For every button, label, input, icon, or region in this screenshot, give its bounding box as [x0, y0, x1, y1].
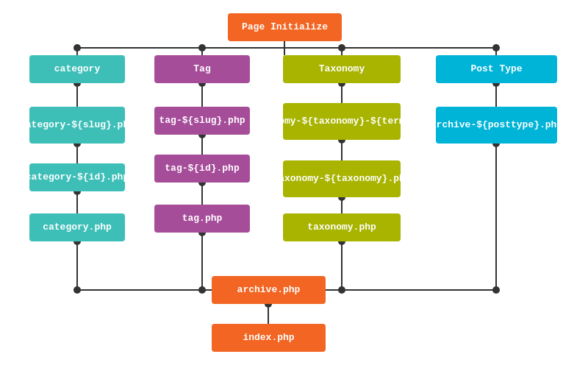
post-type-node: Post Type [436, 55, 557, 83]
taxonomy-node: Taxonomy [283, 55, 401, 83]
cat-slug-node: category-${slug}.php [29, 107, 125, 144]
svg-point-43 [338, 286, 345, 294]
cat-php-node: category.php [29, 213, 125, 241]
page-initialize-node: Page Initialize [228, 13, 342, 41]
tax-term-node: taxonomy-${taxonomy}-${term}.php [283, 103, 401, 140]
taxonomy-php-node: taxonomy.php [283, 213, 401, 241]
svg-point-26 [492, 44, 500, 52]
tag-slug-node: tag-${slug}.php [154, 107, 250, 135]
category-node: category [29, 55, 125, 83]
svg-point-44 [492, 286, 500, 294]
tax-taxonomy-node: taxonomy-${taxonomy}.php [283, 160, 401, 197]
index-php-node: index.php [212, 324, 326, 352]
cat-id-node: category-${id}.php [29, 163, 125, 191]
tag-id-node: tag-${id}.php [154, 155, 250, 183]
svg-point-23 [74, 44, 81, 52]
svg-point-25 [338, 44, 345, 52]
tag-node: Tag [154, 55, 250, 83]
svg-point-42 [198, 286, 206, 294]
svg-point-24 [198, 44, 206, 52]
tag-php-node: tag.php [154, 205, 250, 233]
archive-php-node: archive.php [212, 276, 326, 304]
svg-point-41 [74, 286, 81, 294]
archive-posttype-node: archive-${posttype}.php [436, 107, 557, 144]
diagram: Page Initialize category Tag Taxonomy Po… [0, 0, 588, 368]
